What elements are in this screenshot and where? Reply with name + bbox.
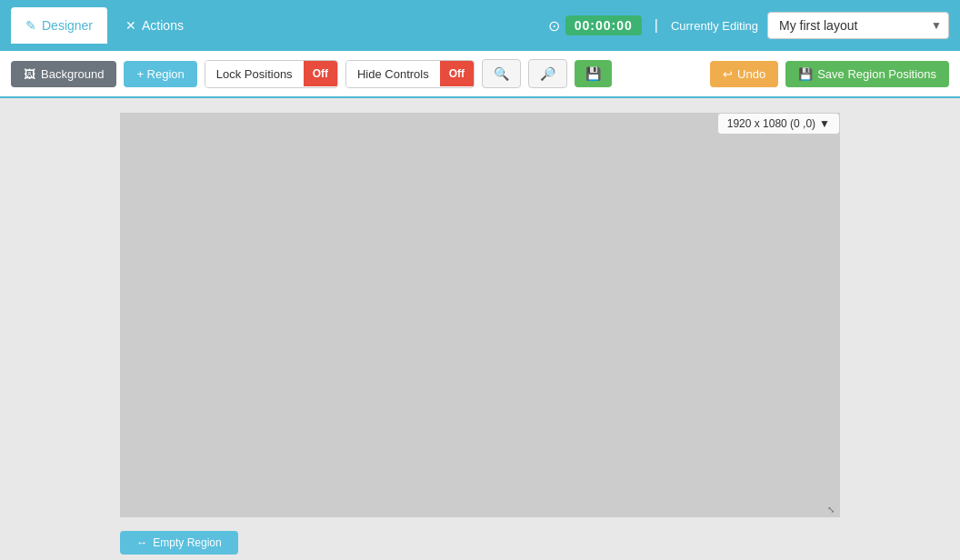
clock-icon: ⊙	[548, 17, 560, 35]
timer-container: ⊙ 00:00:00	[548, 15, 642, 35]
timer-badge: 00:00:00	[565, 15, 642, 35]
lock-positions-toggle-group: Lock Positions Off	[205, 60, 338, 88]
divider: |	[655, 17, 658, 34]
hide-controls-toggle-group: Hide Controls Off	[345, 60, 475, 88]
top-bar-right: ⊙ 00:00:00 | Currently Editing My first …	[548, 12, 949, 39]
hide-controls-label: Hide Controls	[346, 61, 440, 87]
top-bar: ✎ Designer ✕ Actions ⊙ 00:00:00 | Curren…	[0, 0, 960, 51]
layout-select[interactable]: My first layout	[767, 12, 949, 39]
canvas-area: 1920 x 1080 (0 ,0) ▼ ⤡ ↔ Empty Region	[0, 98, 960, 560]
toolbar: 🖼 Background + Region Lock Positions Off…	[0, 51, 960, 98]
zoom-in-button[interactable]: 🔎	[528, 59, 567, 88]
tab-designer-label: Designer	[42, 18, 93, 33]
save-positions-label: Save Region Positions	[817, 67, 936, 81]
zoom-in-icon: 🔎	[540, 66, 555, 81]
move-icon: ↔	[136, 536, 147, 549]
resolution-chevron-icon: ▼	[819, 117, 830, 130]
region-label: + Region	[136, 67, 184, 81]
zoom-out-button[interactable]: 🔍	[482, 59, 521, 88]
layout-select-wrapper: My first layout ▼	[767, 12, 949, 39]
image-icon: 🖼	[24, 67, 35, 81]
add-region-button[interactable]: + Region	[124, 61, 196, 87]
resize-handle[interactable]: ⤡	[827, 505, 838, 515]
canvas-background: ⤡	[120, 113, 840, 517]
designer-icon: ✎	[25, 18, 36, 33]
empty-region[interactable]: ↔ Empty Region	[120, 531, 238, 555]
currently-editing-label: Currently Editing	[671, 19, 758, 33]
tab-designer[interactable]: ✎ Designer	[11, 7, 107, 44]
save-region-positions-button[interactable]: 💾 Save Region Positions	[785, 61, 949, 87]
floppy-disk-icon: 💾	[585, 66, 601, 81]
resolution-badge[interactable]: 1920 x 1080 (0 ,0) ▼	[717, 113, 840, 135]
zoom-out-icon: 🔍	[494, 66, 509, 81]
lock-positions-toggle[interactable]: Off	[304, 61, 337, 86]
toolbar-right: ↩ Undo 💾 Save Region Positions	[710, 61, 949, 87]
canvas-wrapper: 1920 x 1080 (0 ,0) ▼ ⤡ ↔ Empty Region	[120, 113, 840, 545]
undo-label: Undo	[737, 67, 765, 81]
hide-controls-toggle[interactable]: Off	[440, 61, 474, 86]
background-button[interactable]: 🖼 Background	[11, 61, 116, 87]
empty-region-label: Empty Region	[153, 536, 221, 549]
lock-positions-label: Lock Positions	[205, 61, 304, 87]
save-icon: 💾	[798, 67, 813, 81]
actions-close-icon: ✕	[125, 18, 136, 33]
undo-button[interactable]: ↩ Undo	[710, 61, 778, 87]
tab-actions[interactable]: ✕ Actions	[111, 7, 198, 44]
resolution-label: 1920 x 1080 (0 ,0)	[727, 117, 815, 130]
tab-actions-label: Actions	[142, 18, 184, 33]
undo-icon: ↩	[723, 67, 733, 81]
save-icon-button[interactable]: 💾	[575, 60, 612, 87]
background-label: Background	[41, 67, 104, 81]
